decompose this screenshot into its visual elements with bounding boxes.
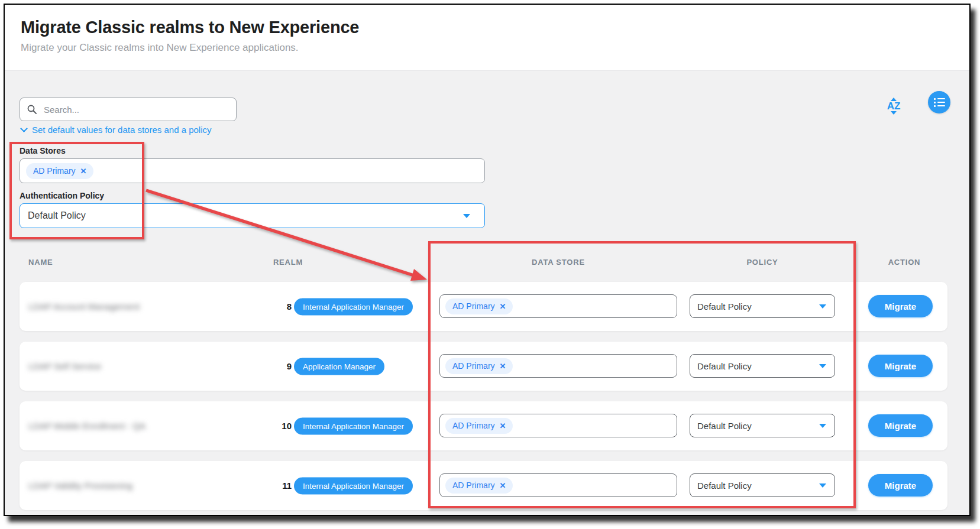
az-sort-icon: AZ [887,102,901,111]
realm-name-blurred: LDAP Account Management [28,301,140,311]
column-header-realm: REALM [258,258,318,267]
default-data-stores-input[interactable]: AD Primary ✕ [20,158,485,183]
search-box[interactable] [20,98,237,121]
realm-number: 9 [244,342,292,391]
row-policy-select[interactable]: Default Policy [690,354,835,378]
page: { "page": { "title": "Migrate Classic re… [0,0,980,529]
realm-type-badge: Internal Application Manager [294,477,413,494]
row-policy-value: Default Policy [697,481,752,491]
set-defaults-toggle[interactable]: Set default values for data stores and a… [21,125,212,135]
data-store-chip[interactable]: AD Primary ✕ [445,478,513,494]
screenshot-frame: Migrate Classic realms to New Experience… [4,4,971,516]
table-row: LDAP Validity Provisioning 11 Internal A… [20,461,947,510]
data-store-chip[interactable]: AD Primary ✕ [445,298,513,314]
realm-name-cell: LDAP Self Service [28,342,101,391]
migrate-button[interactable]: Migrate [868,474,933,496]
default-policy-select[interactable]: Default Policy [20,203,485,228]
dropdown-caret-icon [819,483,826,488]
data-store-chip-label: AD Primary [452,481,495,490]
realm-number: 10 [244,401,292,450]
realm-number: 11 [244,461,292,510]
sort-az-button[interactable]: AZ [884,94,904,118]
realm-type-badge: Internal Application Manager [294,417,413,434]
page-header: Migrate Classic realms to New Experience… [5,5,969,70]
realm-type-badge: Application Manager [294,358,384,375]
dropdown-caret-icon [819,364,826,368]
row-data-store-input[interactable]: AD Primary ✕ [439,294,677,318]
realm-type-badge: Internal Application Manager [294,298,413,315]
row-policy-value: Default Policy [697,301,752,311]
chip-remove-icon[interactable]: ✕ [500,422,506,430]
dropdown-caret-icon [819,424,826,428]
search-input[interactable] [43,104,229,115]
row-data-store-input[interactable]: AD Primary ✕ [439,473,677,497]
row-data-store-input[interactable]: AD Primary ✕ [439,354,677,378]
migrate-button[interactable]: Migrate [868,295,933,317]
chip-remove-icon[interactable]: ✕ [500,362,506,370]
table-row: LDAP Self Service 9 Application Manager … [20,342,947,391]
dropdown-caret-icon [463,214,470,218]
migrate-button[interactable]: Migrate [868,414,933,437]
row-policy-select[interactable]: Default Policy [690,294,835,318]
data-store-chip[interactable]: AD Primary ✕ [26,163,93,179]
data-store-chip[interactable]: AD Primary ✕ [445,418,513,434]
realm-number: 8 [244,282,292,331]
data-store-chip[interactable]: AD Primary ✕ [445,358,513,374]
column-header-action: ACTION [845,258,963,267]
row-policy-select[interactable]: Default Policy [690,473,835,497]
row-policy-select[interactable]: Default Policy [690,414,835,437]
data-store-chip-label: AD Primary [452,361,495,371]
default-policy-value: Default Policy [28,210,86,221]
column-header-policy: POLICY [703,258,821,267]
dropdown-caret-icon [819,304,826,309]
auth-policy-label: Authentication Policy [20,191,104,200]
realm-name-cell: LDAP Account Management [28,282,140,331]
sort-down-icon [891,111,897,115]
realm-name-blurred: LDAP Validity Provisioning [28,481,132,491]
table-row: LDAP Account Management 8 Internal Appli… [20,282,947,331]
data-store-chip-label: AD Primary [452,421,495,430]
realm-name-cell: LDAP Validity Provisioning [28,461,132,510]
search-icon [27,105,37,114]
realm-name-blurred: LDAP Mobile Enrollment - QA [28,421,145,431]
chevron-down-icon [20,125,28,132]
list-view-button[interactable] [928,91,950,113]
row-policy-value: Default Policy [697,361,752,371]
data-store-chip-label: AD Primary [33,166,76,176]
migrate-button[interactable]: Migrate [868,355,933,377]
row-policy-value: Default Policy [697,421,752,431]
column-header-datastore: DATA STORE [499,258,617,267]
chip-remove-icon[interactable]: ✕ [500,303,506,310]
page-title: Migrate Classic realms to New Experience [21,18,359,37]
page-subtitle: Migrate your Classic realms into New Exp… [21,42,299,54]
list-view-icon [934,98,945,107]
data-store-chip-label: AD Primary [452,301,495,311]
realm-name-blurred: LDAP Self Service [28,361,101,371]
column-header-name: NAME [28,258,53,267]
data-stores-label: Data Stores [20,146,66,155]
row-data-store-input[interactable]: AD Primary ✕ [439,414,677,437]
set-defaults-label: Set default values for data stores and a… [32,125,212,135]
chip-remove-icon[interactable]: ✕ [80,167,87,175]
realm-name-cell: LDAP Mobile Enrollment - QA [28,401,145,450]
chip-remove-icon[interactable]: ✕ [500,482,506,489]
table-row: LDAP Mobile Enrollment - QA 10 Internal … [20,401,947,450]
